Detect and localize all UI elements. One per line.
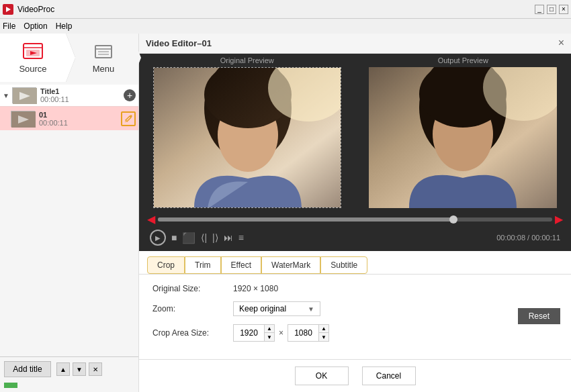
cut-left-button[interactable]: ⟨|: [201, 232, 207, 243]
sidebar-tab-source[interactable]: Source: [0, 34, 66, 82]
crop-height-spinners: ▲ ▼: [318, 325, 328, 341]
reset-button[interactable]: Reset: [518, 308, 560, 324]
crop-size-inputs: 1920 ▲ ▼ × 1080 ▲ ▼: [233, 324, 329, 342]
sidebar: Source Menu ▼: [0, 34, 139, 392]
original-size-label: Original Size:: [152, 284, 233, 293]
edit-icon: [124, 114, 133, 123]
crop-area-row: Crop Area Size: 1920 ▲ ▼ × 1080: [152, 324, 558, 342]
move-up-button[interactable]: ▲: [56, 362, 70, 376]
crop-height-down[interactable]: ▼: [319, 333, 328, 341]
tree-child-row[interactable]: 01 00:00:11: [0, 106, 138, 130]
play-icon: ▶: [155, 234, 161, 242]
group-time: 00:00:11: [40, 95, 124, 103]
cut-right-button[interactable]: |⟩: [212, 232, 218, 243]
preview-area: Original Preview: [139, 54, 571, 209]
playback-icons: ▶ ■ ⬛ ⟨| |⟩ ⏭ ≡: [150, 230, 244, 246]
screenshot-button[interactable]: ⬛: [182, 232, 195, 244]
output-video-frame: [369, 67, 557, 208]
bottom-buttons: OK Cancel: [139, 359, 571, 392]
crop-width-down[interactable]: ▼: [265, 333, 274, 341]
edit-item-button[interactable]: [121, 111, 136, 126]
child-time: 00:00:11: [39, 119, 121, 127]
crop-width-input[interactable]: 1920 ▲ ▼: [233, 324, 275, 342]
crop-area-label: Crop Area Size:: [152, 328, 233, 338]
sidebar-content: ▼ Title1 00:00:11 +: [0, 82, 138, 356]
editor-tabs: Crop Trim Effect WaterMark Subtitle: [139, 251, 571, 275]
ok-button[interactable]: OK: [295, 366, 349, 385]
original-video-content: [154, 68, 341, 208]
output-preview-label: Output Preview: [438, 54, 488, 67]
time-display: 00:00:08 / 00:00:11: [496, 234, 560, 242]
app-icon: [3, 4, 13, 15]
crop-width-value: 1920: [234, 326, 264, 340]
timeline-thumb[interactable]: [449, 215, 457, 224]
output-preview-panel: Output Preview: [355, 54, 572, 209]
tab-crop[interactable]: Crop: [147, 256, 185, 274]
playback-controls: ▶ ■ ⬛ ⟨| |⟩ ⏭ ≡ 00:00:08 / 00:00:11: [144, 227, 566, 248]
sidebar-bottom: Add title ▲ ▼ ✕: [0, 356, 138, 392]
menu-option[interactable]: Option: [24, 21, 47, 31]
child-thumb-icon: [11, 111, 36, 128]
editor-title: Video Editor–01: [146, 38, 212, 48]
zoom-dropdown-icon: ▼: [308, 305, 314, 313]
zoom-row: Zoom: Keep original ▼: [152, 301, 558, 316]
close-window-button[interactable]: ×: [559, 5, 568, 14]
sidebar-tab-menu[interactable]: Menu: [75, 34, 132, 82]
move-down-button[interactable]: ▼: [73, 362, 86, 376]
crop-width-up[interactable]: ▲: [265, 325, 274, 333]
menu-help[interactable]: Help: [56, 21, 73, 31]
original-size-value: 1920 × 1080: [233, 284, 278, 293]
multiply-sign: ×: [279, 328, 283, 338]
end-marker-icon: ▶: [555, 213, 563, 226]
add-title-button[interactable]: Add title: [4, 361, 51, 377]
original-preview-panel: Original Preview: [139, 54, 355, 209]
app-title: VideoProc: [17, 5, 535, 14]
tree-arrow-icon: ▼: [3, 92, 9, 99]
title-bar: VideoProc _ □ ×: [0, 0, 571, 19]
zoom-select[interactable]: Keep original ▼: [233, 301, 320, 316]
source-icon: [22, 42, 44, 61]
tab-watermark[interactable]: WaterMark: [261, 256, 320, 274]
menu-icon: [93, 42, 114, 61]
crop-height-input[interactable]: 1080 ▲ ▼: [288, 324, 329, 342]
menu-file[interactable]: File: [3, 21, 15, 31]
menu-tab-label: Menu: [93, 64, 115, 74]
start-marker-icon: ◀: [147, 213, 155, 226]
zoom-value: Keep original: [239, 304, 286, 313]
settings-wrapper: Original Size: 1920 × 1080 Zoom: Keep or…: [139, 275, 571, 359]
svg-line-15: [125, 121, 126, 122]
volume-button[interactable]: ≡: [238, 232, 244, 243]
skip-button[interactable]: ⏭: [224, 232, 233, 243]
timeline-fill: [158, 217, 453, 222]
source-tab-label: Source: [19, 64, 46, 74]
maximize-button[interactable]: □: [547, 5, 556, 14]
editor-panel: Video Editor–01 × Original Preview: [139, 34, 571, 392]
tab-subtitle[interactable]: Subtitle: [320, 256, 367, 274]
tab-trim[interactable]: Trim: [185, 256, 221, 274]
zoom-label: Zoom:: [152, 304, 233, 313]
main-layout: Source Menu ▼: [0, 34, 571, 392]
delete-item-button[interactable]: ✕: [89, 362, 102, 376]
group-title: Title1: [40, 87, 124, 95]
stop-button[interactable]: ■: [171, 232, 177, 243]
editor-close-button[interactable]: ×: [558, 37, 564, 49]
add-to-group-button[interactable]: +: [124, 89, 136, 101]
timeline-track[interactable]: [158, 217, 552, 222]
settings-area: Original Size: 1920 × 1080 Zoom: Keep or…: [139, 275, 571, 359]
child-name: 01: [39, 111, 121, 119]
playback-bar: ◀ ▶ ▶ ■ ⬛ ⟨| |⟩ ⏭ ≡: [139, 209, 571, 251]
child-thumbnail: [11, 111, 35, 127]
sidebar-tabs: Source Menu: [0, 34, 138, 82]
play-button[interactable]: ▶: [150, 230, 166, 246]
cancel-button[interactable]: Cancel: [362, 366, 416, 385]
original-size-row: Original Size: 1920 × 1080: [152, 284, 558, 293]
tree-group-row[interactable]: ▼ Title1 00:00:11 +: [0, 85, 138, 106]
editor-titlebar: Video Editor–01 ×: [139, 34, 571, 54]
sidebar-nav-controls: ▲ ▼ ✕: [56, 362, 102, 376]
minimize-button[interactable]: _: [535, 5, 544, 14]
crop-height-up[interactable]: ▲: [319, 325, 328, 333]
original-preview-label: Original Preview: [220, 54, 274, 67]
group-thumbnail: [12, 87, 36, 103]
tab-effect[interactable]: Effect: [221, 256, 261, 274]
output-video-content: [369, 67, 557, 208]
